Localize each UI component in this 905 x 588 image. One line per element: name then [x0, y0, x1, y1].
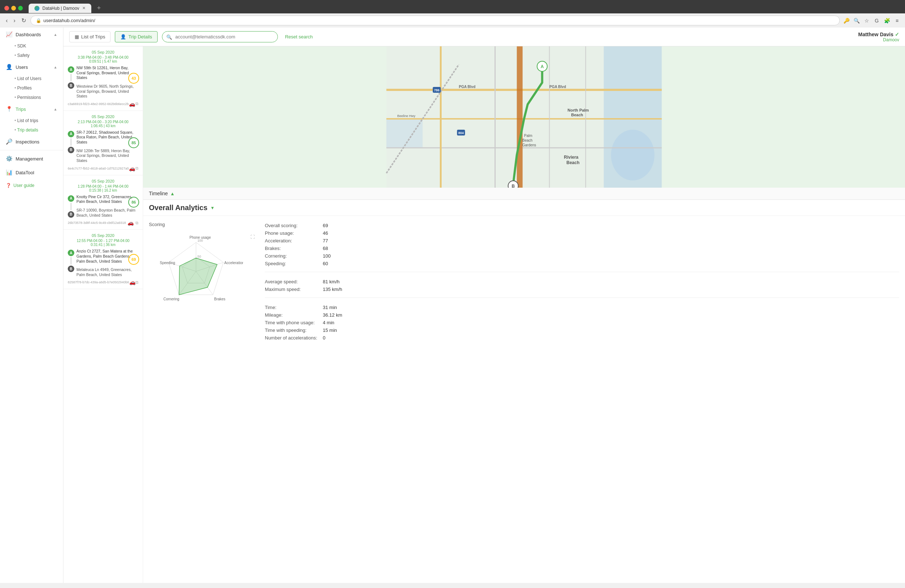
marker-b: B: [68, 147, 74, 153]
stat-label: Overall scoring:: [265, 223, 323, 228]
sidebar-item-profiles[interactable]: Profiles: [3, 83, 63, 93]
sidebar-item-dashboards[interactable]: 📈 Dashboards ▲: [0, 27, 63, 41]
stat-value: 4 min: [323, 320, 334, 325]
trip-details-tab[interactable]: 👤 Trip Details: [115, 31, 157, 42]
puzzle-icon[interactable]: 🧩: [883, 17, 891, 24]
google-icon[interactable]: G: [873, 17, 880, 24]
new-tab-button[interactable]: +: [94, 3, 104, 13]
trip-date: 05 Sep 2020: [68, 233, 138, 238]
sidebar: 📈 Dashboards ▲ SDK Safety 👤 Users ▲ List…: [0, 27, 64, 583]
trip-list: 05 Sep 2020 3:38 PM-04:00 - 3:48 PM-04:0…: [64, 46, 143, 583]
sidebar-item-datatool[interactable]: 📊 DataTool: [0, 165, 63, 180]
trip-score: 86: [128, 197, 139, 208]
sidebar-dashboards-sub: SDK Safety: [0, 41, 63, 60]
sidebar-item-permissions[interactable]: Permissions: [3, 93, 63, 102]
list-icon: ▦: [75, 34, 79, 40]
tab-bar: DataHub | Damoov ✕ +: [0, 0, 905, 13]
dashboards-icon: 📈: [6, 31, 13, 38]
sidebar-users-label: Users: [16, 65, 51, 70]
sidebar-item-sdk[interactable]: SDK: [3, 41, 63, 51]
trip-addr-texts: Anzio Ct 2727, San Matera at the Gardens…: [76, 249, 138, 277]
address-bar[interactable]: 🔒 userdatahub.com/admin/: [30, 16, 840, 25]
sidebar-item-list-of-users[interactable]: List of Users: [3, 74, 63, 83]
scoring-stats-group: Overall scoring: 69 Phone usage: 46 Acce…: [265, 222, 899, 272]
maximize-button[interactable]: [18, 6, 23, 11]
copy-icon[interactable]: ⧉: [135, 221, 138, 225]
sidebar-trips-sub: List of trips Trip details: [0, 116, 63, 135]
copy-icon[interactable]: ⧉: [135, 166, 138, 171]
sidebar-item-inspections[interactable]: 🔎 Inspections: [0, 135, 63, 149]
stat-value: 135 km/h: [323, 286, 342, 292]
trip-item[interactable]: 05 Sep 2020 3:38 PM-04:00 - 3:48 PM-04:0…: [64, 46, 143, 111]
star-icon[interactable]: ☆: [863, 17, 870, 24]
marker-line: [71, 257, 71, 264]
reset-search-button[interactable]: Reset search: [285, 34, 313, 40]
trip-addr-b: SR-7 10090, Boynton Beach, Palm Beach, U…: [76, 208, 138, 218]
list-of-trips-tab[interactable]: ▦ List of Trips: [69, 31, 111, 42]
map-svg: A B PGA Blvd PGA Blvd Beeline Hwy North …: [143, 46, 905, 188]
trip-addr-b: NW 120th Ter 5889, Heron Bay, Coral Spri…: [76, 149, 138, 164]
menu-icon[interactable]: ≡: [894, 17, 901, 24]
sidebar-item-trips[interactable]: 📍 Trips ▲: [0, 102, 63, 116]
trip-markers: A B: [68, 65, 74, 99]
search-icon: 🔍: [166, 34, 172, 40]
sidebar-management-label: Management: [16, 156, 57, 162]
trip-item[interactable]: 05 Sep 2020 2:13 PM-04:00 - 3:20 PM-04:0…: [64, 111, 143, 175]
tab-title: DataHub | Damoov: [42, 6, 79, 11]
sidebar-item-safety[interactable]: Safety: [3, 51, 63, 60]
trip-time-range: 12:55 PM-04:00 - 1:27 PM-04:00 0:31:41 |…: [68, 239, 138, 247]
trip-time-range: 2:13 PM-04:00 - 3:20 PM-04:00 1:06:45 | …: [68, 120, 138, 128]
sidebar-dashboards-label: Dashboards: [16, 32, 51, 37]
expand-icon[interactable]: ⛶: [250, 234, 255, 240]
close-button[interactable]: [4, 6, 9, 11]
marker-line: [71, 203, 71, 210]
trip-footer: 82587f78-b7dc-439a-a6d5-b7e0502940b6 🚗 ⧉: [68, 279, 138, 285]
stat-value: 100: [323, 253, 331, 259]
sidebar-inspections-section: 🔎 Inspections: [0, 135, 63, 149]
person-icon: 👤: [120, 34, 126, 40]
copy-icon[interactable]: ⧉: [135, 102, 138, 106]
search-input[interactable]: [162, 31, 278, 42]
svg-text:Brakes: Brakes: [214, 297, 225, 301]
stat-value: 36.12 km: [323, 312, 342, 318]
user-guide-icon: ❓: [6, 183, 11, 188]
sidebar-item-list-of-trips[interactable]: List of trips: [3, 116, 63, 126]
stat-value: 68: [323, 246, 328, 251]
stat-label: Time with speeding:: [265, 327, 323, 333]
scoring-wrapper: ⛶: [149, 232, 257, 311]
analytics-header[interactable]: Overall Analytics ▼: [143, 200, 905, 216]
stat-avg-speed: Average speed: 81 km/h: [265, 278, 899, 286]
stat-label: Average speed:: [265, 279, 323, 284]
app: 📈 Dashboards ▲ SDK Safety 👤 Users ▲ List…: [0, 27, 905, 583]
trip-time-range: 3:38 PM-04:00 - 3:48 PM-04:00 0:09:51 | …: [68, 56, 138, 64]
trip-item[interactable]: 05 Sep 2020 12:55 PM-04:00 - 1:27 PM-04:…: [64, 230, 143, 289]
marker-a: A: [68, 66, 74, 73]
copy-icon[interactable]: ⧉: [135, 280, 138, 285]
browser-tab[interactable]: DataHub | Damoov ✕: [29, 4, 91, 13]
tab-close-button[interactable]: ✕: [82, 6, 86, 11]
window-controls: [4, 6, 23, 11]
timeline-section[interactable]: Timeline ▲: [143, 188, 905, 200]
svg-text:Beach: Beach: [522, 138, 533, 142]
reload-button[interactable]: ↻: [20, 16, 27, 25]
sidebar-item-trip-details[interactable]: Trip details: [3, 126, 63, 135]
marker-b: B: [68, 265, 74, 272]
browser-nav-bar: ‹ › ↻ 🔒 userdatahub.com/admin/ 🔑 🔍 ☆ G 🧩…: [0, 13, 905, 27]
sidebar-item-users[interactable]: 👤 Users ▲: [0, 60, 63, 74]
stat-label: Time with phone usage:: [265, 320, 323, 325]
trip-date: 05 Sep 2020: [68, 179, 138, 183]
search-nav-icon[interactable]: 🔍: [853, 17, 860, 24]
svg-text:Beach: Beach: [572, 113, 583, 117]
back-button[interactable]: ‹: [4, 16, 9, 25]
user-guide-label: User guide: [13, 183, 35, 188]
user-guide-link[interactable]: ❓ User guide: [0, 180, 63, 192]
trip-details-label: Trip Details: [128, 34, 152, 40]
analytics-body: Scoring ⛶: [143, 216, 905, 358]
check-icon: ✓: [895, 32, 899, 37]
stats-section: Overall scoring: 69 Phone usage: 46 Acce…: [265, 222, 899, 352]
minimize-button[interactable]: [11, 6, 16, 11]
forward-button[interactable]: ›: [12, 16, 17, 25]
sidebar-item-management[interactable]: ⚙️ Management: [0, 152, 63, 165]
trip-addr-b: Melaleuca Ln 4949, Greenacres, Palm Beac…: [76, 267, 138, 277]
trip-item[interactable]: 05 Sep 2020 1:28 PM-04:00 - 1:44 PM-04:0…: [64, 175, 143, 230]
